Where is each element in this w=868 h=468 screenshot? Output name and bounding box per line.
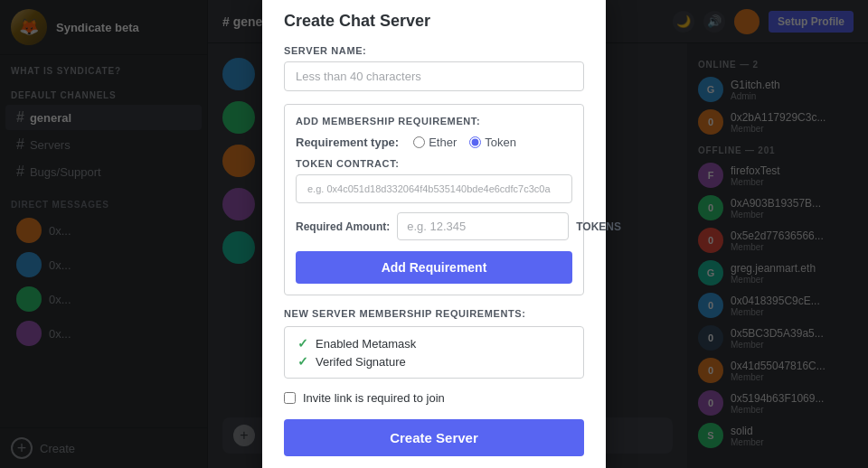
radio-ether-input[interactable] [413, 136, 425, 148]
check-icon-metamask: ✓ [297, 336, 308, 351]
check-icon-signature: ✓ [297, 354, 308, 369]
req-signature-text: Verifed Signature [316, 355, 406, 369]
req-list-box: ✓ Enabled Metamask ✓ Verifed Signature [284, 326, 584, 379]
create-server-button[interactable]: Create Server [284, 419, 584, 456]
membership-label: Add Membership Requirement: [296, 116, 572, 126]
radio-token-input[interactable] [469, 136, 481, 148]
req-item-metamask: ✓ Enabled Metamask [297, 336, 571, 351]
modal-title: Create Chat Server [284, 12, 584, 31]
create-chat-server-modal: Create Chat Server Server name: Add Memb… [262, 0, 606, 468]
radio-ether[interactable]: Ether [413, 136, 457, 149]
new-req-label: New Server Membership Requirements: [284, 308, 584, 319]
modal-overlay[interactable]: Create Chat Server Server name: Add Memb… [0, 0, 868, 468]
radio-token[interactable]: Token [469, 136, 516, 149]
radio-ether-label: Ether [429, 136, 457, 149]
invite-checkbox[interactable] [284, 392, 296, 404]
req-type-row: Requirement type: Ether Token [296, 136, 572, 149]
membership-box: Add Membership Requirement: Requirement … [284, 104, 584, 295]
invite-row: Invite link is required to join [284, 391, 584, 405]
req-metamask-text: Enabled Metamask [316, 337, 416, 351]
amount-unit: TOKENS [576, 220, 621, 233]
req-item-signature: ✓ Verifed Signature [297, 354, 571, 369]
invite-label: Invite link is required to join [303, 391, 445, 405]
token-contract-label: Token Contract: [296, 158, 572, 169]
add-requirement-button[interactable]: Add Requirement [296, 251, 572, 284]
server-name-label: Server name: [284, 45, 584, 56]
required-amount-label: Required Amount: [296, 220, 390, 233]
new-requirements-section: New Server Membership Requirements: ✓ En… [284, 308, 584, 379]
server-name-input[interactable] [284, 61, 584, 91]
req-type-label: Requirement type: [296, 136, 399, 149]
radio-group: Ether Token [413, 136, 516, 149]
radio-token-label: Token [485, 136, 516, 149]
token-contract-input[interactable] [296, 174, 572, 203]
amount-row: Required Amount: TOKENS [296, 212, 572, 240]
amount-input[interactable] [397, 212, 569, 240]
